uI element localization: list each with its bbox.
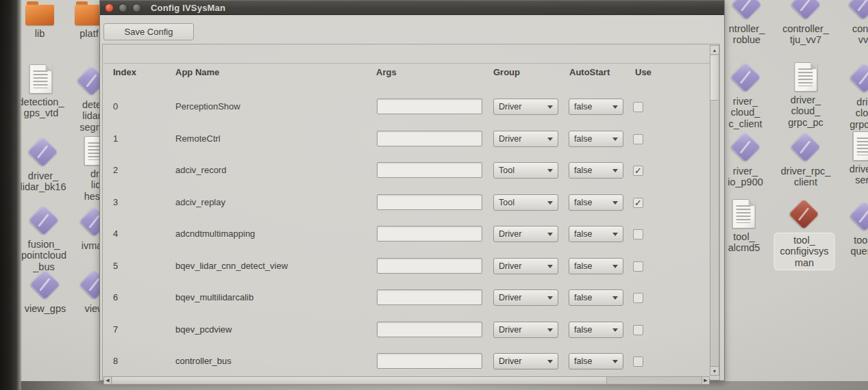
use-checkbox[interactable]	[633, 102, 643, 112]
autostart-dropdown[interactable]: false	[569, 258, 623, 274]
config-ivsysman-window: Config IVSysMan Save Config Index App Na…	[99, 0, 725, 381]
desktop-icon-label: driver_cloud_grpc_pc	[788, 94, 823, 128]
scroll-left-icon[interactable]: ◀	[104, 377, 112, 384]
group-dropdown[interactable]: Driver	[493, 99, 558, 115]
desktop-icon-tool-queryr[interactable]: tool_queryr	[849, 200, 868, 257]
desktop-icon-tool-configivsysman[interactable]: tool_configivsysman	[774, 198, 835, 270]
diamond-red-icon	[789, 198, 820, 230]
desktop-icon-controller-tju-vv7[interactable]: controller_tju_vv7	[782, 0, 829, 46]
desktop-icon-driver-cloud-grpc-pc[interactable]: driver_cloud_grpc_pc	[788, 62, 823, 128]
args-input[interactable]	[377, 226, 482, 242]
desktop-icon-detection-gps-vtd[interactable]: detection_gps_vtd	[18, 64, 64, 119]
scroll-down-icon[interactable]: ▼	[710, 366, 719, 375]
desktop-icon-driver-rpc-client[interactable]: driver_rpc_client	[781, 131, 831, 188]
window-title: Config IVSysMan	[151, 3, 225, 13]
app-name: bqev_lidar_cnn_detect_view	[175, 261, 288, 271]
chevron-down-icon	[612, 105, 618, 109]
use-checkbox[interactable]	[633, 166, 643, 176]
desktop-icon-label: drivclougrpc_s	[850, 96, 868, 130]
minimize-icon[interactable]	[119, 3, 127, 12]
vertical-scroll-thumb[interactable]	[710, 55, 719, 101]
chevron-down-icon	[547, 328, 553, 332]
diamond-icon	[790, 0, 821, 21]
chevron-down-icon	[612, 265, 618, 268]
vertical-scrollbar[interactable]: ▲ ▼	[710, 45, 719, 376]
scroll-up-icon[interactable]: ▲	[710, 46, 719, 55]
group-dropdown[interactable]: Driver	[493, 258, 558, 274]
desktop-icon-label: tool_queryr	[850, 235, 868, 257]
close-icon[interactable]	[105, 3, 114, 12]
desktop-icon-driver-serv[interactable]: driver_serv	[850, 131, 868, 186]
table-row: 0 PerceptionShow Driver false	[103, 91, 710, 122]
group-dropdown[interactable]: Driver	[493, 226, 558, 242]
use-checkbox[interactable]	[633, 261, 643, 272]
autostart-dropdown[interactable]: false	[569, 289, 623, 306]
group-dropdown[interactable]: Driver	[493, 322, 558, 338]
desktop-icon-label: driver_rpc_client	[781, 166, 831, 188]
desktop-icon-label: controller_tju_vv7	[782, 23, 829, 46]
desktop-icon-driv-clou-grpc-s[interactable]: drivclougrpc_s	[849, 62, 868, 130]
use-checkbox[interactable]	[633, 293, 643, 303]
chevron-down-icon	[547, 169, 553, 172]
desktop-icon-river-io-p900[interactable]: river_io_p900	[728, 131, 763, 188]
header-autostart: AutoStart	[569, 67, 610, 77]
use-checkbox[interactable]	[633, 356, 643, 367]
autostart-dropdown[interactable]: false	[569, 226, 623, 242]
autostart-dropdown[interactable]: false	[569, 194, 623, 211]
titlebar[interactable]: Config IVSysMan	[100, 0, 724, 15]
chevron-down-icon	[547, 265, 553, 268]
header-use: Use	[635, 67, 652, 77]
header-divider	[103, 63, 710, 64]
row-index: 1	[113, 133, 118, 144]
horizontal-scrollbar[interactable]: ◀ ▶	[103, 376, 710, 385]
use-checkbox[interactable]	[633, 134, 643, 144]
autostart-dropdown[interactable]: false	[569, 99, 623, 115]
autostart-value: false	[574, 166, 592, 175]
autostart-dropdown[interactable]: false	[569, 353, 623, 369]
desktop-icon-driver-lidar-bk16[interactable]: driver_lidar_bk16	[21, 136, 66, 193]
group-dropdown[interactable]: Driver	[493, 353, 558, 369]
autostart-dropdown[interactable]: false	[569, 322, 623, 338]
folder-icon	[25, 4, 54, 25]
table-row: 6 bqev_multilidarcalib Driver false	[103, 282, 710, 313]
desktop-icon-tool-alcmd5[interactable]: tool_alcmd5	[728, 199, 760, 254]
group-value: Tool	[499, 198, 514, 207]
save-config-button[interactable]: Save Config	[103, 23, 194, 40]
desktop-icon-label: contrvv	[852, 23, 868, 46]
autostart-value: false	[574, 325, 592, 335]
autostart-dropdown[interactable]: false	[569, 131, 623, 147]
group-dropdown[interactable]: Driver	[493, 131, 558, 147]
group-dropdown[interactable]: Driver	[493, 289, 558, 306]
args-input[interactable]	[377, 289, 482, 305]
group-dropdown[interactable]: Tool	[493, 162, 558, 179]
use-checkbox[interactable]	[633, 198, 643, 208]
args-input[interactable]	[377, 99, 482, 114]
use-checkbox[interactable]	[633, 325, 643, 335]
args-input[interactable]	[377, 322, 482, 337]
document-icon	[29, 64, 53, 94]
horizontal-scroll-thumb[interactable]	[112, 377, 607, 384]
args-input[interactable]	[377, 194, 482, 210]
desktop-icon-controller-roblue[interactable]: ntroller_roblue	[729, 0, 765, 46]
args-input[interactable]	[377, 162, 482, 178]
row-index: 7	[113, 324, 118, 335]
autostart-dropdown[interactable]: false	[569, 162, 623, 179]
desktop-icon-view-gps[interactable]: view_gps	[25, 269, 66, 314]
desktop-icon-river-cloud-client[interactable]: river_cloud_c_client	[728, 62, 762, 129]
args-input[interactable]	[377, 353, 482, 369]
app-name: bqev_pcdview	[175, 324, 232, 335]
maximize-icon[interactable]	[132, 3, 141, 12]
table-row: 1 RemoteCtrl Driver false	[103, 123, 710, 155]
desktop-icon-lib[interactable]: lib	[25, 4, 54, 39]
scroll-right-icon[interactable]: ▶	[702, 377, 709, 384]
use-checkbox[interactable]	[633, 229, 643, 239]
table-row: 5 bqev_lidar_cnn_detect_view Driver fals…	[103, 250, 710, 282]
desktop-icon-label: driver_serv	[850, 164, 868, 186]
screen-bezel	[0, 0, 22, 390]
args-input[interactable]	[377, 131, 482, 146]
group-dropdown[interactable]: Tool	[493, 194, 558, 211]
desktop-icon-fusion-pointcloud-bus[interactable]: fusion_pointcloud_bus	[21, 205, 66, 272]
desktop-icon-contr-vv[interactable]: contrvv	[847, 0, 868, 46]
diamond-icon	[790, 131, 821, 163]
args-input[interactable]	[377, 258, 482, 274]
